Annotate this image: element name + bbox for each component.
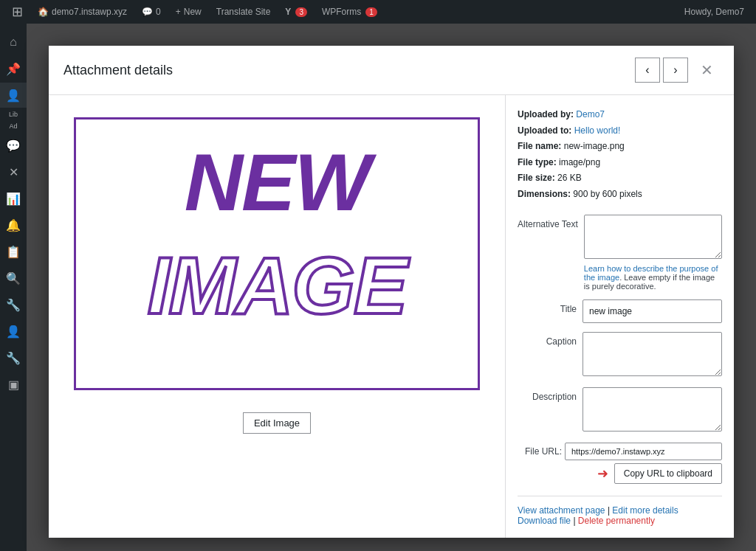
caption-input[interactable] [583,332,722,376]
caption-content [583,332,722,378]
uploaded-by-link[interactable]: Demo7 [576,109,605,119]
main-layout: ⌂ 📌 👤 Lib Ad 💬 ✕ 📊 🔔 📋 🔍 🔧 👤 🔧 ▣ Attachm… [0,24,756,551]
file-size-value: 26 KB [557,173,582,183]
sidebar-icon-pages[interactable]: 📋 [0,239,27,264]
yoast-item[interactable]: Y 3 [279,0,313,24]
alt-text-label: Alternative Text [518,215,578,229]
sidebar-icon-analytics[interactable]: 📊 [0,186,27,211]
file-type-label: File type: [518,157,557,167]
comments-item[interactable]: 💬 0 [136,0,167,24]
description-label: Description [518,387,577,402]
content-area: Attachment details ‹ › ✕ NEW IMAGE Edit … [27,24,756,551]
title-label: Title [518,299,577,314]
comments-icon: 💬 [142,7,153,17]
image-text-new: NEW [76,142,478,223]
modal-title: Attachment details [63,63,632,78]
admin-bar: ⊞ 🏠 demo7.instawp.xyz 💬 0 + New Translat… [0,0,756,24]
sidebar-icon-home[interactable]: ⌂ [0,30,27,55]
delete-link[interactable]: Delete permanently [578,516,655,526]
wp-logo-icon: ⊞ [12,4,23,20]
title-input[interactable] [583,299,722,323]
wpforms-label: WPForms [322,7,361,17]
site-name-item[interactable]: 🏠 demo7.instawp.xyz [32,0,133,24]
modal-body: NEW IMAGE Edit Image Uploaded by: Demo7 … [49,95,734,538]
file-size-label: File size: [518,173,555,183]
wpforms-item[interactable]: WPForms 1 [316,0,383,24]
view-attachment-link[interactable]: View attachment page [518,505,605,516]
image-text-image: IMAGE [76,245,478,326]
translate-label: Translate Site [216,7,271,17]
description-content [583,387,722,434]
sidebar-icon-pin[interactable]: 📌 [0,56,27,81]
alt-text-help: Learn how to describe the purpose of the… [584,264,722,291]
file-type-value: image/png [559,157,600,167]
uploaded-by-label: Uploaded by: [518,109,574,119]
site-name: demo7.instawp.xyz [52,7,127,17]
sidebar-icon-comments[interactable]: 💬 [0,133,27,158]
sidebar-icon-users[interactable]: 👤 [0,83,27,108]
modal-overlay: Attachment details ‹ › ✕ NEW IMAGE Edit … [27,24,756,551]
new-item[interactable]: + New [170,0,207,24]
modal-header: Attachment details ‹ › ✕ [49,46,734,95]
caption-field-row: Caption [518,332,722,378]
sidebar: ⌂ 📌 👤 Lib Ad 💬 ✕ 📊 🔔 📋 🔍 🔧 👤 🔧 ▣ [0,24,27,551]
modal-next-button[interactable]: › [663,58,688,83]
new-label: New [184,7,202,17]
sidebar-icon-notifications[interactable]: 🔔 [0,212,27,238]
plus-icon: + [176,7,181,17]
description-field-row: Description [518,387,722,434]
modal-close-button[interactable]: ✕ [694,58,719,83]
sidebar-icon-search[interactable]: 🔍 [0,266,27,291]
site-icon: 🏠 [38,7,49,17]
image-preview-area: NEW IMAGE Edit Image [49,95,505,538]
sidebar-icon-tools[interactable]: 🔧 [0,345,27,370]
uploaded-to-link[interactable]: Hello world! [574,125,621,136]
comment-count: 0 [156,7,161,17]
title-content [583,299,722,323]
caption-label: Caption [518,332,577,347]
file-url-input[interactable] [565,443,722,460]
file-name-value: new-image.png [564,141,625,151]
dimensions-value: 900 by 600 pixels [573,189,642,199]
alt-text-input[interactable] [584,215,722,259]
sidebar-label-lib: Lib [0,109,27,119]
title-field-row: Title [518,299,722,323]
file-url-row: File URL: [518,443,722,460]
image-container: NEW IMAGE [74,117,480,390]
download-link[interactable]: Download file [518,516,571,526]
wp-logo-item[interactable]: ⊞ [6,0,29,24]
sidebar-label-ad: Ad [0,121,27,131]
description-input[interactable] [583,387,722,432]
alt-text-content: Learn how to describe the purpose of the… [584,215,722,291]
yoast-icon: Y [285,7,291,17]
arrow-icon: ➜ [597,465,608,482]
translate-item[interactable]: Translate Site [210,0,277,24]
modal-dialog: Attachment details ‹ › ✕ NEW IMAGE Edit … [49,46,734,538]
user-greeting: Howdy, Demo7 [684,7,750,17]
edit-more-link[interactable]: Edit more details [612,505,678,516]
modal-prev-button[interactable]: ‹ [635,58,660,83]
footer-links: View attachment page | Edit more details… [518,496,722,526]
sidebar-icon-settings[interactable]: 🔧 [0,292,27,317]
copy-url-button[interactable]: Copy URL to clipboard [614,463,722,484]
file-name-label: File name: [518,141,561,151]
right-panel: Uploaded by: Demo7 Uploaded to: Hello wo… [505,95,734,538]
wpforms-badge: 1 [365,7,377,17]
file-url-label: File URL: [518,446,562,457]
copy-url-area: ➜ Copy URL to clipboard [518,463,722,484]
alt-text-field-row: Alternative Text Learn how to describe t… [518,215,722,291]
uploaded-to-label: Uploaded to: [518,125,571,136]
edit-image-button[interactable]: Edit Image [243,412,311,434]
dimensions-label: Dimensions: [518,189,571,199]
yoast-badge: 3 [295,7,307,17]
sidebar-icon-grid[interactable]: ▣ [0,372,27,397]
file-meta: Uploaded by: Demo7 Uploaded to: Hello wo… [518,107,722,203]
sidebar-icon-x[interactable]: ✕ [0,159,27,184]
sidebar-icon-user[interactable]: 👤 [0,319,27,344]
